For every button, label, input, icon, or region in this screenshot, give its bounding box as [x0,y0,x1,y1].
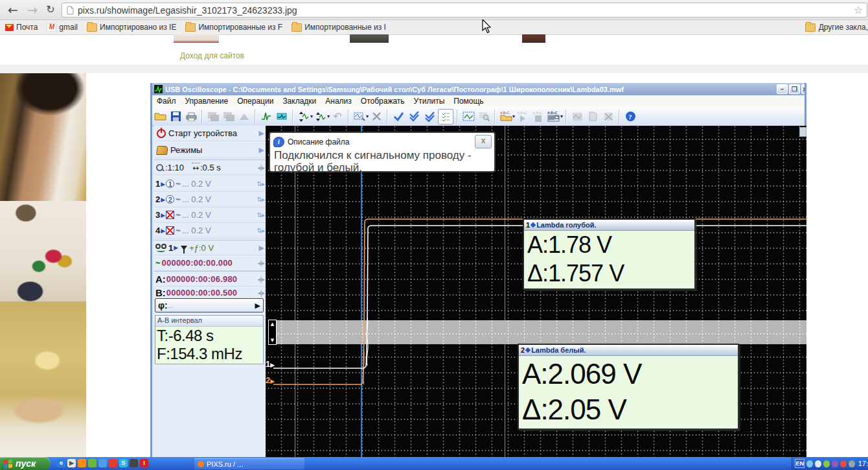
bookmark-folder-f[interactable]: Импортированные из F [185,23,282,32]
save-icon[interactable] [168,110,183,124]
channel-4-disabled-icon[interactable] [166,226,174,235]
channel-row-3[interactable]: 3 ▶ ~ ... 0.2 V ⇅▸ [154,207,266,223]
copy-wave-icon[interactable] [206,110,220,124]
other-bookmarks[interactable]: Другие закла, [805,23,868,32]
bookmark-pochta[interactable]: Почта [5,23,38,32]
nav-arrows-icon[interactable]: ◂|▸ [258,276,264,283]
menu-file[interactable]: Файл [152,97,181,106]
tray-icon-4[interactable] [840,460,847,467]
measurement-box-1[interactable]: 1 Lambda голубой. A:1.78 V Δ:1.757 V [523,218,696,290]
channel-3-disabled-icon[interactable] [166,211,174,219]
phi-row[interactable]: φ: ... ▶ [155,298,264,312]
maximize-button[interactable]: ❐ [789,84,800,94]
quicklaunch-ie-icon[interactable]: e [57,459,65,467]
abc-play-icon[interactable]: A:B+C [516,110,530,124]
check-down-icon[interactable] [407,110,421,124]
quicklaunch-opera-icon[interactable] [109,459,117,467]
reload-icon[interactable]: ↻ [43,2,58,18]
tray-icon-1[interactable] [806,460,813,467]
stretch-vertical-icon[interactable] [297,110,311,124]
modes-row[interactable]: Режимы ▶ [154,143,266,158]
quicklaunch-app-icon[interactable] [88,459,97,467]
measure-window-icon[interactable] [461,110,475,124]
bookmark-gmail[interactable]: M gmail [47,23,78,32]
popup-close-icon[interactable]: x [475,135,492,148]
channel-row-2[interactable]: 2 ▶ 2 ~ ... 0.2 V ⇅▸ [154,192,266,207]
quicklaunch-chrome-icon[interactable] [98,459,107,467]
menu-control[interactable]: Управление [181,97,233,106]
tray-icon-2[interactable] [823,460,830,467]
sidebar-photo-1[interactable] [0,73,86,201]
menu-help[interactable]: Помощь [449,97,488,106]
menu-bookmarks[interactable]: Закладки [278,97,321,106]
report-doc-icon[interactable] [586,110,600,124]
abc-stop-icon[interactable]: A:B+C [531,110,545,124]
back-icon[interactable]: ← [5,2,21,18]
dropdown-icon[interactable]: ▾ [327,113,330,119]
trigger-row[interactable]: 1 ▶ +ƒ:0 V ▶ [154,240,266,255]
check-double-icon[interactable] [422,110,437,124]
nav-arrows-icon[interactable]: ⇅▸ [257,227,264,234]
minimize-button[interactable]: – [777,84,788,94]
menu-display[interactable]: Отображать [356,97,409,106]
nav-arrows-icon[interactable]: ◂|▸ [258,289,264,296]
channel-2-enabled-icon[interactable]: 2 [166,195,174,204]
taskbar-task-pixs[interactable]: PIXS.ru / ... [194,458,304,469]
menu-operations[interactable]: Операции [233,97,278,106]
search-wave-icon[interactable] [477,110,491,124]
plot-scrollbar[interactable] [799,127,806,137]
wave-select-icon[interactable] [275,110,289,124]
time-position-row[interactable]: ~ 000000:00:00.000 ◂|▸ [154,255,266,271]
zoom-region-icon[interactable] [352,110,367,124]
close-button[interactable]: x [801,84,805,94]
bookmark-folder-i[interactable]: Импортированные из I [291,23,386,32]
undo-icon[interactable]: ↶ [330,110,345,124]
nav-arrows-icon[interactable]: ◂|▸ [258,164,264,171]
wave-view-icon[interactable] [259,110,273,124]
channel-1-enabled-icon[interactable]: 1 [166,180,174,188]
quicklaunch-firefox-icon[interactable] [78,459,86,467]
quicklaunch-downloader-icon[interactable]: ! [140,459,148,467]
tray-icon-3[interactable] [832,460,838,467]
abc-open-icon[interactable]: A:B+C [499,110,513,124]
start-device-row[interactable]: Старт устройства ▶ [154,126,266,141]
forward-icon[interactable]: → [25,2,40,18]
checklist-panel-icon[interactable] [438,109,453,124]
quicklaunch-skype-icon[interactable]: S [119,459,128,467]
ad-link[interactable]: Доход для сайтов [180,51,244,60]
delete-icon[interactable] [369,110,383,124]
dropdown-icon[interactable]: ▾ [310,113,313,119]
page-thumbnail-3[interactable] [522,34,545,43]
channel-row-4[interactable]: 4 ▶ ~ ... 0.2 V ⇅▸ [154,223,266,239]
open-file-icon[interactable] [153,110,167,124]
nav-arrows-icon[interactable]: ⇅▸ [257,211,264,218]
check-icon[interactable] [391,110,405,124]
quicklaunch-media-icon[interactable]: ▶ [67,459,76,467]
channel-1-marker[interactable]: 1▶ [266,359,275,369]
bookmark-star-icon[interactable]: ☆ [854,4,863,16]
nav-arrows-icon[interactable]: ⇅▸ [257,180,264,187]
bookmark-folder-ie[interactable]: Импортировано из IE [87,23,176,32]
dropdown-icon[interactable]: ▾ [512,113,515,119]
sidebar-photo-2[interactable] [0,201,86,301]
start-button[interactable]: пуск [0,457,51,470]
tray-volume-icon[interactable] [815,460,821,467]
stretch-horizontal-icon[interactable] [314,110,328,124]
abc-panel-icon[interactable]: A:B+C [547,110,561,124]
page-thumbnail-1[interactable] [174,34,219,43]
measurement-box-2[interactable]: 2 Lambda белый. A:2.069 V Δ:2.05 V [518,344,739,430]
paste-wave-icon[interactable] [222,110,236,124]
dropdown-icon[interactable]: ▾ [366,113,369,119]
quicklaunch-photo-icon[interactable] [130,459,138,467]
language-indicator[interactable]: EN [795,459,805,468]
page-thumbnail-2[interactable] [350,34,389,43]
report-chart-icon[interactable] [570,110,584,124]
nav-arrows-icon[interactable]: ⇅▸ [257,196,264,203]
sidebar-photo-3[interactable] [0,301,86,457]
help-icon[interactable]: ? [623,110,637,124]
menu-utilities[interactable]: Утилиты [409,97,450,106]
channel-row-1[interactable]: 1 ▶ 1 ~ ... 0.2 V ⇅▸ [154,176,266,192]
nav-arrows-icon[interactable]: ◂|▸ [258,259,264,266]
address-bar[interactable]: pixs.ru/showimage/Legasishir_3102173_246… [62,3,867,18]
report-delete-icon[interactable] [601,110,615,124]
